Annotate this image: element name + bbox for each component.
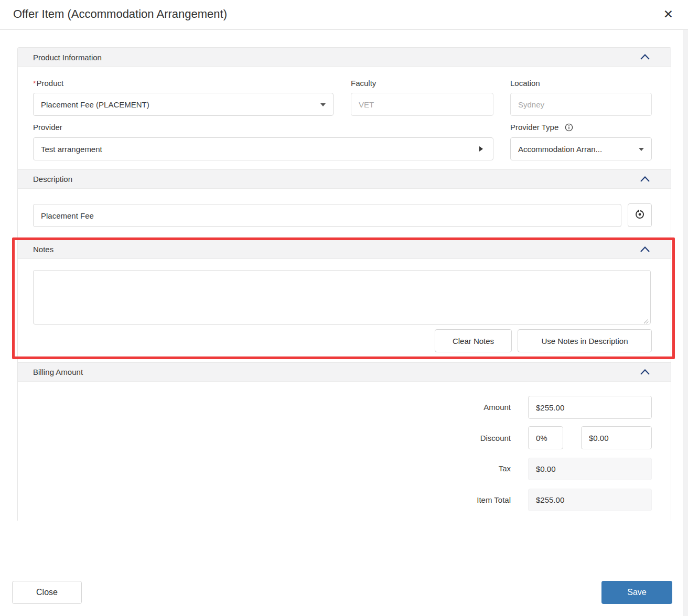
- amount-label: Amount: [406, 403, 511, 412]
- modal-header: Offer Item (Accommodation Arrangement) ✕: [0, 0, 688, 30]
- notes-header: Notes: [18, 240, 671, 259]
- billing-amount-header: Billing Amount: [18, 362, 671, 382]
- product-select[interactable]: [33, 93, 334, 116]
- save-button[interactable]: Save: [601, 581, 672, 604]
- section-billing-amount: Billing Amount Amount Discount Tax $0.00…: [18, 362, 671, 522]
- modal-title: Offer Item (Accommodation Arrangement): [13, 7, 227, 21]
- info-icon[interactable]: [565, 123, 573, 132]
- notes-title: Notes: [33, 245, 53, 254]
- section-description: Description: [18, 169, 671, 240]
- notes-body: Clear Notes Use Notes in Description: [18, 259, 671, 362]
- provider-type-select[interactable]: [510, 137, 652, 160]
- scrollbar-track[interactable]: [683, 30, 688, 616]
- chevron-down-icon: [639, 148, 644, 151]
- close-button[interactable]: Close: [12, 581, 82, 604]
- item-total-label: Item Total: [406, 495, 511, 504]
- product-information-title: Product Information: [33, 53, 102, 62]
- collapse-chevron-icon[interactable]: [640, 246, 650, 253]
- description-input[interactable]: [33, 204, 621, 227]
- discount-percent-input[interactable]: [528, 426, 563, 449]
- chevron-right-icon: [479, 146, 483, 152]
- provider-label: Provider: [33, 123, 62, 132]
- required-asterisk: *: [33, 79, 36, 88]
- discount-label: Discount: [406, 434, 511, 442]
- notes-textarea[interactable]: [33, 270, 651, 325]
- location-label: Location: [510, 79, 540, 88]
- billing-amount-title: Billing Amount: [33, 368, 83, 376]
- chevron-down-icon: [320, 103, 326, 106]
- discount-amount-input[interactable]: [581, 426, 652, 449]
- use-notes-in-description-button[interactable]: Use Notes in Description: [518, 329, 652, 352]
- amount-input[interactable]: [528, 396, 652, 419]
- product-label: *Product: [33, 79, 63, 88]
- clear-notes-button[interactable]: Clear Notes: [435, 329, 512, 352]
- provider-type-label: Provider Type: [510, 123, 573, 132]
- tax-value: $0.00: [528, 458, 652, 480]
- product-information-header: Product Information: [18, 48, 671, 67]
- description-header: Description: [18, 169, 671, 189]
- section-notes: Notes Clear Notes Use Notes in Descripti…: [18, 240, 671, 362]
- restore-description-button[interactable]: [628, 203, 652, 227]
- description-body: [18, 189, 671, 240]
- collapse-chevron-icon[interactable]: [640, 369, 650, 376]
- faculty-label: Faculty: [351, 79, 376, 88]
- collapse-chevron-icon[interactable]: [640, 176, 650, 183]
- restore-icon: [634, 209, 646, 222]
- faculty-field: [351, 93, 493, 116]
- item-total-value: $255.00: [528, 489, 652, 511]
- product-information-body: *Product Faculty Location Provider Provi…: [18, 67, 671, 169]
- tax-label: Tax: [406, 464, 511, 473]
- provider-select[interactable]: [33, 137, 493, 160]
- collapse-chevron-icon[interactable]: [640, 53, 650, 61]
- location-field: [510, 93, 652, 116]
- close-icon[interactable]: ✕: [663, 6, 673, 23]
- section-product-information: Product Information *Product Faculty Loc…: [18, 48, 671, 169]
- description-title: Description: [33, 175, 72, 183]
- billing-amount-body: Amount Discount Tax $0.00 Item Total $25…: [18, 382, 671, 522]
- offer-item-form: Product Information *Product Faculty Loc…: [17, 47, 671, 522]
